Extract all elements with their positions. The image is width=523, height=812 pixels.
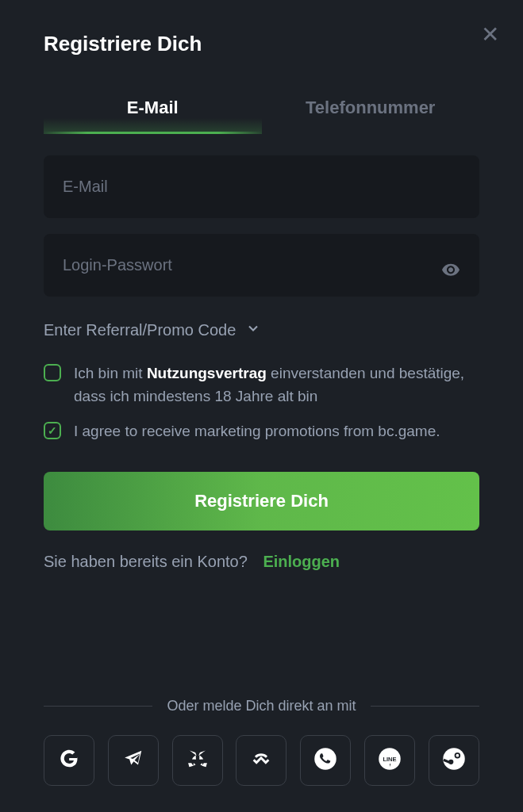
svg-point-5 (456, 754, 459, 757)
modal-title: Registriere Dich (44, 32, 479, 56)
register-tabs: E-Mail Telefonnummer (44, 88, 479, 128)
terms-checkbox[interactable] (44, 364, 61, 381)
referral-label: Enter Referral/Promo Code (44, 321, 236, 339)
divider-text: Oder melde Dich direkt an mit (167, 698, 356, 714)
email-input[interactable] (44, 155, 479, 218)
tab-phone-label: Telefonnummer (306, 98, 435, 117)
terms-row: Ich bin mit Nutzungsvertrag einverstande… (44, 362, 479, 408)
svg-point-0 (315, 748, 337, 770)
walletconnect-button[interactable] (236, 735, 286, 786)
whatsapp-button[interactable] (300, 735, 351, 786)
telegram-button[interactable] (108, 735, 159, 786)
password-wrapper (44, 234, 479, 312)
terms-label: Ich bin mit Nutzungsvertrag einverstande… (74, 362, 479, 408)
metamask-button[interactable] (172, 735, 223, 786)
login-row: Sie haben bereits ein Konto? Einloggen (44, 553, 479, 571)
marketing-row: I agree to receive marketing promotions … (44, 420, 479, 443)
google-button[interactable] (44, 735, 94, 786)
tab-email-label: E-Mail (127, 98, 179, 117)
walletconnect-icon (250, 748, 272, 772)
svg-point-3 (443, 748, 465, 770)
login-prompt: Sie haben bereits ein Konto? (44, 553, 248, 570)
register-button-label: Registriere Dich (194, 491, 329, 511)
close-button[interactable]: ✕ (481, 24, 499, 46)
register-button[interactable]: Registriere Dich (44, 472, 479, 530)
svg-text:LINE: LINE (383, 756, 397, 763)
line-icon: LINE (378, 747, 402, 773)
metamask-icon (187, 748, 209, 772)
marketing-checkbox[interactable] (44, 422, 61, 439)
line-button[interactable]: LINE (364, 735, 415, 786)
register-modal: ✕ Registriere Dich E-Mail Telefonnummer … (0, 0, 523, 812)
telegram-icon (123, 749, 144, 772)
referral-toggle[interactable]: Enter Referral/Promo Code (44, 320, 479, 340)
terms-link[interactable]: Nutzungsvertrag (147, 365, 267, 381)
tab-email[interactable]: E-Mail (44, 88, 262, 128)
tab-phone[interactable]: Telefonnummer (262, 88, 480, 128)
steam-button[interactable] (429, 735, 479, 786)
login-link[interactable]: Einloggen (263, 553, 340, 570)
eye-icon[interactable] (441, 260, 460, 282)
divider-line-right (371, 706, 479, 707)
social-divider: Oder melde Dich direkt an mit (44, 698, 479, 714)
password-input[interactable] (44, 234, 479, 297)
whatsapp-icon (313, 747, 337, 773)
google-icon (59, 749, 79, 772)
chevron-down-icon (245, 320, 261, 340)
divider-line-left (44, 706, 152, 707)
social-buttons: LINE (44, 735, 479, 786)
marketing-label: I agree to receive marketing promotions … (74, 420, 440, 443)
close-icon: ✕ (481, 22, 499, 47)
steam-icon (442, 747, 466, 773)
